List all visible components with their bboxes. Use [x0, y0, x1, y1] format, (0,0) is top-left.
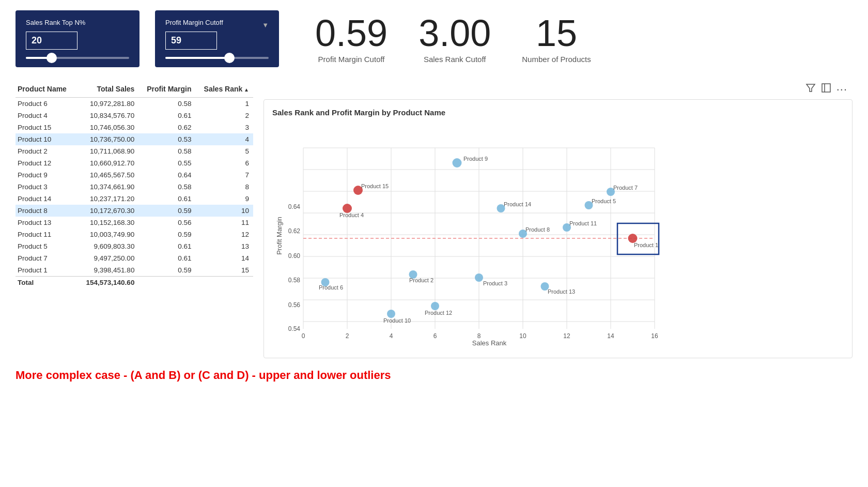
selected-product-box — [617, 223, 659, 254]
svg-text:0.62: 0.62 — [288, 227, 301, 235]
cell-profit-margin: 0.59 — [138, 264, 195, 277]
svg-text:Product 11: Product 11 — [569, 220, 597, 226]
table-row[interactable]: Product 10 10,736,750.00 0.53 4 — [16, 133, 253, 145]
col-header-profit-margin[interactable]: Profit Margin — [138, 83, 195, 98]
cell-product-name: Product 4 — [16, 110, 78, 121]
more-options-icon[interactable]: ··· — [836, 83, 847, 96]
svg-text:0.54: 0.54 — [288, 325, 301, 332]
kpi-num-products-label: Number of Products — [522, 55, 591, 64]
table-row[interactable]: Product 5 9,609,803.30 0.61 13 — [16, 240, 253, 252]
profit-margin-card: Profit Margin Cutoff ▼ 59 — [155, 10, 279, 67]
top-row: Sales Rank Top N% 20 Profit Margin Cutof… — [16, 10, 853, 67]
bottom-text: More complex case - (A and B) or (C and … — [16, 369, 853, 382]
profit-margin-value[interactable]: 59 — [165, 32, 217, 50]
sales-rank-value[interactable]: 20 — [26, 32, 78, 50]
profit-margin-slider-track[interactable] — [165, 57, 269, 59]
cell-sales-rank: 15 — [196, 264, 253, 277]
point-product12 — [431, 302, 439, 310]
cell-product-name: Product 14 — [16, 193, 78, 205]
cell-total-sales: 10,465,567.50 — [78, 169, 139, 181]
cell-profit-margin: 0.61 — [138, 252, 195, 264]
kpi-num-products-value: 15 — [522, 14, 591, 52]
svg-marker-0 — [807, 84, 815, 92]
table-row[interactable]: Product 2 10,711,068.90 0.58 5 — [16, 145, 253, 157]
point-product3 — [475, 273, 483, 282]
point-product9 — [453, 158, 462, 168]
svg-text:Product 2: Product 2 — [409, 277, 433, 283]
svg-text:2: 2 — [346, 332, 349, 340]
svg-text:0.58: 0.58 — [288, 277, 301, 284]
cell-total-sales: 9,398,451.80 — [78, 264, 139, 277]
cell-profit-margin: 0.55 — [138, 157, 195, 169]
cell-total-sales: 10,746,056.30 — [78, 121, 139, 133]
kpi-profit-margin-cutoff: 0.59 Profit Margin Cutoff — [315, 14, 388, 64]
cell-profit-margin: 0.61 — [138, 240, 195, 252]
cell-product-name: Product 6 — [16, 98, 78, 110]
svg-text:0.56: 0.56 — [288, 301, 301, 309]
cell-sales-rank: 12 — [196, 229, 253, 240]
svg-text:12: 12 — [563, 332, 570, 340]
svg-text:Sales Rank: Sales Rank — [472, 339, 507, 347]
cell-profit-margin: 0.53 — [138, 133, 195, 145]
svg-text:Product 9: Product 9 — [463, 156, 488, 162]
table-row[interactable]: Product 8 10,172,670.30 0.59 10 — [16, 205, 253, 217]
cell-product-name: Product 3 — [16, 181, 78, 193]
cell-product-name: Product 13 — [16, 217, 78, 229]
col-header-sales-rank[interactable]: Sales Rank — [196, 83, 253, 98]
cell-total-sales: 9,609,803.30 — [78, 240, 139, 252]
table-row[interactable]: Product 14 10,237,171.20 0.61 9 — [16, 193, 253, 205]
cell-total-sales: 10,711,068.90 — [78, 145, 139, 157]
col-header-total-sales[interactable]: Total Sales — [78, 83, 139, 98]
table-row[interactable]: Product 4 10,834,576.70 0.61 2 — [16, 110, 253, 121]
products-table: Product Name Total Sales Profit Margin S… — [16, 83, 253, 288]
cell-product-name: Product 5 — [16, 240, 78, 252]
table-container: Product Name Total Sales Profit Margin S… — [16, 83, 253, 288]
scatter-chart: Profit Margin Sales Rank — [272, 122, 665, 349]
kpi-sales-rank-label: Sales Rank Cutoff — [419, 55, 491, 64]
cell-product-name: Product 2 — [16, 145, 78, 157]
sales-rank-slider-thumb[interactable] — [47, 53, 57, 63]
svg-text:Product 1: Product 1 — [634, 242, 658, 248]
table-row[interactable]: Product 13 10,152,168.30 0.56 11 — [16, 217, 253, 229]
svg-text:14: 14 — [607, 332, 614, 340]
table-row[interactable]: Product 9 10,465,567.50 0.64 7 — [16, 169, 253, 181]
sales-rank-slider-track[interactable] — [26, 57, 129, 59]
cell-sales-rank: 13 — [196, 240, 253, 252]
col-header-product-name[interactable]: Product Name — [16, 83, 78, 98]
cell-total-sales: 10,152,168.30 — [78, 217, 139, 229]
svg-text:6: 6 — [433, 332, 437, 340]
filter-icon[interactable] — [805, 83, 816, 96]
svg-text:0: 0 — [302, 332, 305, 340]
profit-margin-slider-fill — [165, 57, 229, 59]
kpi-sales-rank-cutoff: 3.00 Sales Rank Cutoff — [419, 14, 491, 64]
svg-text:0.60: 0.60 — [288, 252, 301, 260]
profit-margin-label: Profit Margin Cutoff — [165, 19, 223, 26]
kpi-profit-margin-value: 0.59 — [315, 14, 388, 52]
table-row[interactable]: Product 3 10,374,661.90 0.58 8 — [16, 181, 253, 193]
cell-sales-rank: 8 — [196, 181, 253, 193]
table-row[interactable]: Product 7 9,497,250.00 0.61 14 — [16, 252, 253, 264]
svg-rect-1 — [822, 84, 830, 92]
table-row[interactable]: Product 12 10,660,912.70 0.55 6 — [16, 157, 253, 169]
profit-margin-slider-thumb[interactable] — [224, 53, 235, 63]
cell-total-sales: 10,736,750.00 — [78, 133, 139, 145]
cell-product-name: Product 8 — [16, 205, 78, 217]
expand-icon[interactable] — [821, 83, 831, 96]
cell-sales-rank: 11 — [196, 217, 253, 229]
profit-margin-dropdown-icon[interactable]: ▼ — [262, 21, 269, 29]
svg-text:Product 10: Product 10 — [383, 317, 411, 324]
table-row[interactable]: Product 15 10,746,056.30 0.62 3 — [16, 121, 253, 133]
cell-total-sales: 10,660,912.70 — [78, 157, 139, 169]
svg-text:Profit Margin: Profit Margin — [275, 217, 283, 255]
svg-text:Product 7: Product 7 — [613, 185, 638, 191]
table-row[interactable]: Product 1 9,398,451.80 0.59 15 — [16, 264, 253, 277]
cell-product-name: Product 12 — [16, 157, 78, 169]
content-row: Product Name Total Sales Profit Margin S… — [16, 83, 853, 358]
svg-text:8: 8 — [477, 332, 481, 340]
cell-total-sales: 10,172,670.30 — [78, 205, 139, 217]
cell-total-sales: 10,972,281.80 — [78, 98, 139, 110]
svg-text:Product 5: Product 5 — [592, 198, 616, 204]
cell-profit-margin: 0.58 — [138, 145, 195, 157]
table-row[interactable]: Product 6 10,972,281.80 0.58 1 — [16, 98, 253, 110]
table-row[interactable]: Product 11 10,003,749.90 0.59 12 — [16, 229, 253, 240]
